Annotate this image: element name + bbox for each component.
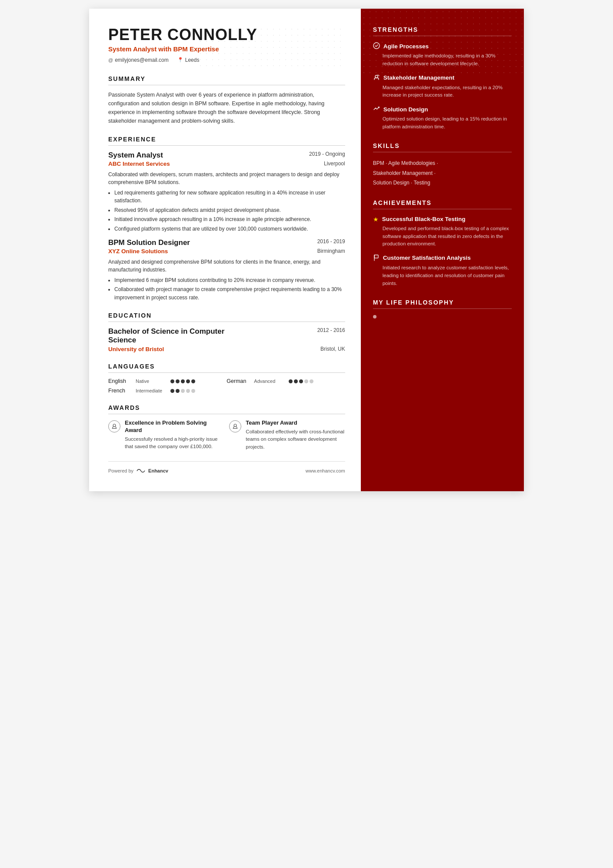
- agile-icon: [373, 42, 380, 50]
- strength-3-title: Solution Design: [383, 106, 428, 114]
- dot: [186, 389, 190, 393]
- lang-german: German Advanced: [227, 378, 345, 384]
- dot: [191, 379, 195, 383]
- life-philosophy-section: MY LIFE PHILOSOPHY: [373, 299, 512, 318]
- award-2-desc: Collaborated effectively with cross-func…: [246, 428, 345, 451]
- award-1-icon: [111, 423, 117, 429]
- award-1-content: Excellence in Problem Solving Award Succ…: [125, 419, 224, 451]
- languages-title: LANGUAGES: [108, 363, 345, 370]
- skills-divider: [373, 152, 512, 152]
- contact-row: @ emilyjones@email.com 📍 Leeds: [108, 57, 345, 63]
- star-icon: ★: [373, 216, 379, 223]
- achievement-1-header: ★ Successful Black-Box Testing: [373, 215, 512, 223]
- skills-title: SKILLS: [373, 142, 512, 149]
- dot: [176, 389, 180, 393]
- lang-french-dots: [170, 389, 195, 393]
- awards-grid: Excellence in Problem Solving Award Succ…: [108, 419, 345, 451]
- job-1-bullets: Led requirements gathering for new softw…: [108, 189, 345, 233]
- job-2-company-row: XYZ Online Solutions Birmingham: [108, 248, 345, 255]
- job-2-title: BPM Solution Designer: [108, 238, 190, 247]
- experience-title: EXPERIENCE: [108, 136, 345, 143]
- job-1: System Analyst 2019 - Ongoing ABC Intern…: [108, 151, 345, 233]
- achievement-1-desc: Developed and performed black-box testin…: [373, 225, 512, 248]
- lang-german-level: Advanced: [254, 379, 285, 384]
- job-2-bullets: Implemented 6 major BPM solutions contri…: [108, 276, 345, 302]
- languages-divider: [108, 372, 345, 373]
- svg-rect-7: [374, 255, 378, 258]
- dot: [186, 379, 190, 383]
- dot: [181, 379, 185, 383]
- job-2: BPM Solution Designer 2016 - 2019 XYZ On…: [108, 238, 345, 302]
- achievement-2-header: Customer Satisfaction Analysis: [373, 254, 512, 262]
- strength-2-desc: Managed stakeholder expectations, result…: [373, 84, 512, 100]
- award-1-desc: Successfully resolved a high-priority is…: [125, 436, 224, 451]
- summary-text: Passionate System Analyst with over 6 ye…: [108, 90, 345, 125]
- award-1-title: Excellence in Problem Solving Award: [125, 419, 224, 434]
- job-1-company-row: ABC Internet Services Liverpool: [108, 161, 345, 167]
- awards-title: AWARDS: [108, 404, 345, 411]
- achievements-section: ACHIEVEMENTS ★ Successful Black-Box Test…: [373, 199, 512, 287]
- edu-location: Bristol, UK: [320, 346, 345, 352]
- footer-powered: Powered by Enhancv: [108, 468, 168, 474]
- life-philosophy-divider: [373, 308, 512, 309]
- dot: [299, 379, 303, 383]
- dot: [304, 379, 308, 383]
- achievements-title: ACHIEVEMENTS: [373, 199, 512, 206]
- achievements-divider: [373, 209, 512, 209]
- header-section: PETER CONNOLLY System Analyst with BPM E…: [108, 26, 345, 63]
- lang-english-dots: [170, 379, 195, 383]
- location-value: Leeds: [185, 57, 200, 63]
- svg-point-3: [375, 75, 378, 78]
- strength-3-header: Solution Design: [373, 105, 512, 114]
- email-contact: @ emilyjones@email.com: [108, 57, 169, 63]
- award-2-title: Team Player Award: [246, 419, 345, 427]
- job-2-location: Birmingham: [317, 248, 345, 254]
- left-column: PETER CONNOLLY System Analyst with BPM E…: [89, 9, 361, 491]
- skills-line-1: BPM · Agile Methodologies ·: [373, 158, 512, 168]
- strength-1-desc: Implemented agile methodology, resulting…: [373, 52, 512, 68]
- strengths-divider: [373, 36, 512, 36]
- bullet-item: Resolved 95% of application defects amid…: [114, 206, 345, 214]
- strength-2: Stakeholder Management Managed stakehold…: [373, 74, 512, 100]
- email-value: emilyjones@email.com: [115, 57, 169, 63]
- candidate-title: System Analyst with BPM Expertise: [108, 45, 345, 53]
- skills-content: BPM · Agile Methodologies · Stakeholder …: [373, 158, 512, 188]
- svg-point-0: [113, 424, 116, 427]
- languages-grid: English Native German Advanced: [108, 378, 345, 394]
- strengths-title: STRENGTHS: [373, 26, 512, 33]
- skills-line-3: Solution Design · Testing: [373, 178, 512, 188]
- experience-section: EXPERIENCE System Analyst 2019 - Ongoing…: [108, 136, 345, 302]
- award-2-icon-wrap: [229, 420, 241, 432]
- lang-english-level: Native: [136, 379, 167, 384]
- email-icon: @: [108, 57, 113, 63]
- location-contact: 📍 Leeds: [177, 57, 200, 63]
- enhancv-logo-icon: [136, 468, 146, 474]
- dot: [191, 389, 195, 393]
- svg-point-1: [234, 424, 237, 427]
- lang-french: French Intermediate: [108, 388, 227, 394]
- skills-line-2: Stakeholder Management ·: [373, 168, 512, 178]
- brand-name: Enhancv: [148, 468, 168, 473]
- strength-3: Solution Design Optimized solution desig…: [373, 105, 512, 131]
- bullet-item: Collaborated with project manager to cre…: [114, 285, 345, 302]
- footer-url: www.enhancv.com: [306, 468, 345, 473]
- strength-2-header: Stakeholder Management: [373, 74, 512, 82]
- lang-german-name: German: [227, 378, 250, 384]
- job-2-header: BPM Solution Designer 2016 - 2019: [108, 238, 345, 247]
- strength-1: Agile Processes Implemented agile method…: [373, 42, 512, 68]
- strength-3-desc: Optimized solution design, leading to a …: [373, 115, 512, 131]
- lang-french-name: French: [108, 388, 132, 394]
- strength-1-title: Agile Processes: [383, 43, 429, 50]
- award-1-icon-wrap: [108, 420, 120, 432]
- achievement-2-desc: Initiated research to analyze customer s…: [373, 264, 512, 287]
- dot: [170, 379, 174, 383]
- strength-1-header: Agile Processes: [373, 42, 512, 50]
- education-title: EDUCATION: [108, 312, 345, 319]
- dot: [176, 379, 180, 383]
- lang-german-dots: [289, 379, 313, 383]
- awards-section: AWARDS Excellence in Problem Solving Awa…: [108, 404, 345, 451]
- lang-english-name: English: [108, 378, 132, 384]
- education-divider: [108, 322, 345, 322]
- life-philosophy-dot: [373, 315, 376, 318]
- job-1-date: 2019 - Ongoing: [309, 151, 345, 157]
